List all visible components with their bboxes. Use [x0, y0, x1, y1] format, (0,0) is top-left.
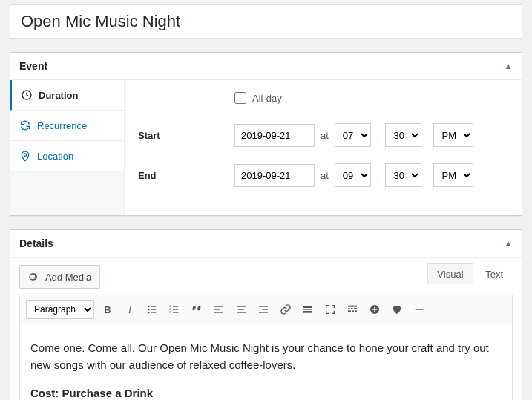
end-at-label: at: [321, 170, 329, 181]
tab-location-label: Location: [37, 151, 73, 162]
toolbar-toggle-button[interactable]: [344, 301, 361, 318]
svg-point-7: [148, 312, 150, 314]
bold-button[interactable]: B: [99, 301, 116, 318]
svg-rect-33: [355, 310, 357, 312]
blockquote-button[interactable]: [188, 301, 206, 318]
fullscreen-button[interactable]: [321, 301, 339, 318]
align-left-button[interactable]: [210, 301, 228, 318]
italic-button[interactable]: I: [121, 301, 139, 318]
svg-point-5: [148, 309, 150, 311]
editor-toolbar: Paragraph B I 123: [20, 295, 512, 324]
svg-rect-29: [351, 308, 353, 309]
align-center-button[interactable]: [232, 301, 250, 318]
svg-rect-22: [262, 309, 268, 309]
end-hour-select[interactable]: 09: [335, 163, 371, 187]
start-minute-select[interactable]: 30: [385, 123, 421, 147]
editor-content[interactable]: Come one. Come all. Our Open Mic Music N…: [20, 324, 512, 400]
svg-rect-15: [214, 306, 223, 306]
body-paragraph: Come one. Come all. Our Open Mic Music N…: [30, 339, 502, 374]
start-hour-select[interactable]: 07: [335, 123, 371, 147]
map-pin-icon: [19, 150, 31, 162]
allday-checkbox[interactable]: [234, 92, 246, 104]
event-panel: Event ▲ Duration Recurrence: [10, 52, 522, 216]
svg-rect-32: [352, 310, 354, 312]
tab-duration-label: Duration: [39, 90, 78, 101]
editor-tab-visual[interactable]: Visual: [427, 263, 473, 284]
end-meridiem-select[interactable]: PM: [433, 163, 473, 187]
refresh-icon: [19, 119, 31, 131]
event-panel-header: Event ▲: [10, 53, 522, 80]
tab-duration[interactable]: Duration: [10, 80, 124, 111]
svg-point-1: [24, 154, 26, 156]
svg-rect-6: [151, 309, 156, 309]
svg-rect-17: [214, 312, 223, 312]
details-panel-header: Details ▲: [10, 230, 522, 258]
add-media-button[interactable]: Add Media: [19, 265, 100, 289]
post-title-input[interactable]: [19, 11, 516, 32]
read-more-button[interactable]: [299, 301, 317, 318]
svg-rect-14: [173, 312, 178, 312]
bullet-list-button[interactable]: [143, 301, 161, 318]
svg-rect-25: [303, 309, 312, 309]
start-date-input[interactable]: [234, 124, 315, 147]
collapse-icon[interactable]: ▲: [504, 238, 513, 249]
start-meridiem-select[interactable]: PM: [433, 123, 473, 147]
svg-rect-20: [237, 312, 246, 312]
tab-recurrence-label: Recurrence: [37, 120, 87, 131]
cost-line: Cost: Purchase a Drink: [30, 387, 153, 399]
align-right-button[interactable]: [254, 301, 272, 318]
link-button[interactable]: [277, 301, 295, 318]
media-icon: [28, 271, 40, 283]
editor-tab-text[interactable]: Text: [476, 263, 513, 285]
svg-rect-10: [173, 306, 178, 306]
tab-recurrence[interactable]: Recurrence: [10, 111, 124, 141]
svg-rect-28: [348, 308, 350, 309]
rich-text-editor: Paragraph B I 123: [19, 295, 513, 400]
title-wrapper: [10, 4, 522, 39]
format-select[interactable]: Paragraph: [26, 300, 94, 319]
details-panel: Details ▲ Add Media Visual Text Paragrap…: [10, 229, 522, 400]
svg-rect-21: [259, 306, 268, 306]
tab-location[interactable]: Location: [10, 141, 124, 171]
svg-rect-31: [348, 310, 351, 312]
svg-point-3: [148, 306, 150, 308]
event-vertical-tabs: Duration Recurrence Location: [10, 80, 125, 215]
start-at-label: at: [321, 130, 329, 141]
svg-rect-36: [372, 309, 378, 309]
heart-button[interactable]: [388, 301, 406, 318]
collapse-icon[interactable]: ▲: [504, 61, 513, 71]
add-block-button[interactable]: [366, 301, 384, 318]
svg-rect-4: [151, 306, 156, 306]
svg-rect-19: [238, 309, 244, 309]
event-panel-title: Event: [19, 60, 504, 72]
svg-rect-23: [259, 312, 268, 312]
svg-rect-12: [173, 309, 178, 309]
svg-rect-16: [214, 309, 220, 309]
svg-text:3: 3: [169, 310, 171, 314]
svg-point-2: [30, 274, 36, 280]
svg-rect-37: [416, 309, 424, 309]
allday-label: All-day: [252, 93, 282, 104]
time-colon: :: [377, 170, 380, 181]
add-media-label: Add Media: [45, 272, 91, 283]
start-label: Start: [138, 130, 234, 141]
svg-rect-18: [237, 306, 246, 306]
end-date-input[interactable]: [234, 164, 315, 187]
numbered-list-button[interactable]: 123: [165, 301, 183, 318]
hr-button[interactable]: [410, 301, 428, 318]
svg-rect-26: [303, 311, 312, 313]
svg-rect-8: [151, 312, 156, 312]
svg-rect-30: [354, 308, 357, 309]
end-label: End: [138, 170, 234, 181]
svg-rect-24: [303, 306, 312, 308]
end-minute-select[interactable]: 30: [385, 163, 421, 187]
details-panel-title: Details: [19, 237, 504, 249]
clock-icon: [21, 89, 33, 101]
time-colon: :: [377, 130, 380, 141]
svg-rect-27: [348, 306, 357, 307]
duration-fields: All-day Start at 07 : 30 PM End at 09: [125, 80, 522, 215]
